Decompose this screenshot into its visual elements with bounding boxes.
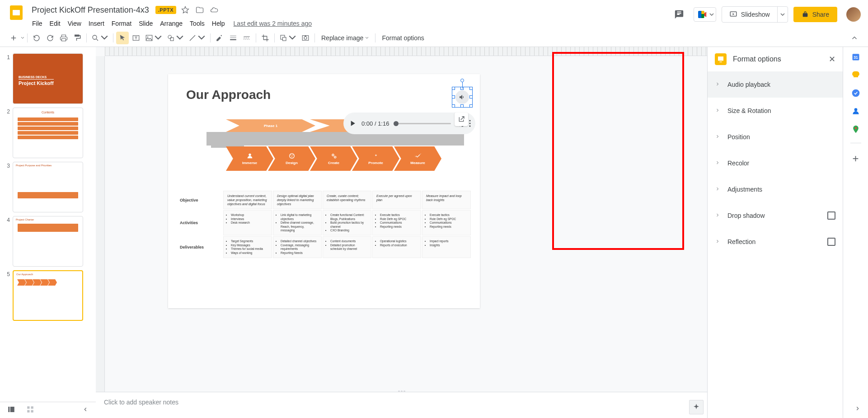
explore-button[interactable]	[689, 400, 704, 414]
last-edit-link[interactable]: Last edit was 2 minutes ago	[234, 20, 312, 27]
slide-thumb-4[interactable]: 4 Project Charter	[0, 214, 96, 268]
grid-view-icon[interactable]	[26, 405, 34, 415]
checkbox[interactable]	[827, 211, 835, 220]
redo-button[interactable]	[44, 32, 56, 44]
textbox-tool[interactable]	[130, 32, 142, 44]
slide-thumb-5[interactable]: 5 Our Approach	[0, 268, 96, 323]
resize-handle[interactable]	[460, 104, 464, 108]
row-objective: Objective	[177, 191, 222, 209]
mask-button[interactable]	[277, 32, 298, 44]
menu-arrange[interactable]: Arrange	[157, 18, 186, 29]
menu-edit[interactable]: Edit	[47, 18, 64, 29]
addons-plus-icon[interactable]: +	[852, 152, 859, 165]
menu-format[interactable]: Format	[108, 18, 135, 29]
steps-row: Immerse Design Create Promote Measure	[231, 146, 441, 171]
slide-thumb-3[interactable]: 3 Project Purpose and Priorities	[0, 160, 96, 214]
print-button[interactable]	[57, 32, 70, 44]
svg-point-19	[289, 154, 294, 159]
border-color-button[interactable]	[213, 32, 226, 44]
calendar-icon[interactable]: 31	[851, 52, 860, 61]
chevron-right-icon	[715, 238, 720, 246]
format-section-size-rotation[interactable]: Size & Rotation	[708, 98, 843, 124]
format-section-label: Size & Rotation	[727, 107, 835, 114]
format-section-audio-playback[interactable]: Audio playback	[708, 71, 843, 98]
checkbox[interactable]	[827, 238, 835, 246]
resize-handle[interactable]	[452, 87, 455, 90]
format-options-button[interactable]: Format options	[378, 34, 427, 42]
cloud-icon[interactable]	[209, 5, 220, 15]
replace-image-button[interactable]: Replace image	[318, 34, 372, 42]
canvas-area[interactable]: Our Approach Our Approach Phase 1 Phase …	[96, 47, 707, 418]
meet-button[interactable]	[694, 7, 716, 22]
resize-handle[interactable]	[452, 104, 455, 108]
border-dash-button[interactable]	[240, 32, 253, 44]
collapse-toolbar-button[interactable]	[848, 32, 861, 44]
audio-object[interactable]	[454, 89, 471, 106]
collapse-filmstrip-icon[interactable]	[82, 406, 89, 414]
star-icon[interactable]	[180, 5, 191, 15]
slide-thumb-2[interactable]: 2 Contents	[0, 106, 96, 160]
audio-more-icon[interactable]	[469, 120, 471, 127]
format-section-recolor[interactable]: Recolor	[708, 150, 843, 176]
horizontal-ruler	[105, 47, 707, 56]
comments-icon[interactable]	[670, 5, 688, 23]
slide-number: 2	[4, 108, 10, 158]
popout-icon[interactable]	[455, 113, 468, 126]
rotate-handle[interactable]	[460, 79, 464, 82]
format-options-label: Format options	[382, 34, 424, 42]
svg-point-21	[292, 155, 293, 155]
user-avatar[interactable]	[846, 7, 861, 22]
menu-help[interactable]: Help	[209, 18, 228, 29]
menu-view[interactable]: View	[65, 18, 84, 29]
image-tool[interactable]	[143, 32, 164, 44]
new-slide-dropdown[interactable]	[21, 37, 24, 39]
slideshow-button[interactable]: Slideshow	[722, 7, 777, 22]
speaker-notes[interactable]: Click to add speaker notes	[96, 392, 707, 418]
format-section-adjustments[interactable]: Adjustments	[708, 176, 843, 202]
reset-image-button[interactable]	[299, 32, 312, 44]
menu-file[interactable]: File	[29, 18, 46, 29]
contacts-icon[interactable]	[851, 107, 860, 116]
new-slide-button[interactable]	[7, 32, 20, 44]
notes-drag-handle[interactable]	[395, 390, 408, 393]
slide-number: 3	[4, 162, 10, 212]
act-cell: Create functional Content: Blogs, Public…	[323, 210, 371, 235]
keep-icon[interactable]	[851, 70, 860, 80]
crop-button[interactable]	[259, 32, 272, 44]
slides-logo[interactable]	[7, 4, 25, 22]
maps-icon[interactable]	[851, 125, 860, 134]
menu-slide[interactable]: Slide	[136, 18, 156, 29]
format-section-label: Reflection	[727, 238, 820, 245]
chevron-right-icon	[715, 80, 720, 89]
format-section-reflection[interactable]: Reflection	[708, 229, 843, 255]
slide-canvas[interactable]: Our Approach Our Approach Phase 1 Phase …	[168, 74, 480, 308]
menu-tools[interactable]: Tools	[187, 18, 208, 29]
resize-handle[interactable]	[469, 104, 473, 108]
slide-thumb-1[interactable]: 1 BUSINESS DECKSProject Kickoff	[0, 52, 96, 106]
svg-point-18	[249, 154, 251, 156]
select-tool[interactable]	[116, 32, 129, 44]
tasks-icon[interactable]	[851, 89, 860, 98]
shape-tool[interactable]	[165, 32, 186, 44]
resize-handle[interactable]	[469, 87, 473, 90]
border-weight-button[interactable]	[227, 32, 239, 44]
format-section-position[interactable]: Position	[708, 124, 843, 150]
play-icon[interactable]	[348, 119, 357, 128]
document-title[interactable]: Project KickOff Presentation-4x3	[29, 5, 152, 16]
filmstrip[interactable]: 1 BUSINESS DECKSProject Kickoff 2 Conten…	[0, 47, 96, 418]
move-icon[interactable]	[194, 5, 205, 15]
zoom-button[interactable]	[89, 32, 110, 44]
resize-handle[interactable]	[452, 95, 455, 99]
filmstrip-view-icon[interactable]	[7, 405, 15, 415]
close-icon[interactable]: ✕	[829, 54, 835, 64]
paint-format-button[interactable]	[71, 32, 84, 44]
share-button[interactable]: Share	[793, 7, 837, 22]
format-section-drop-shadow[interactable]: Drop shadow	[708, 202, 843, 229]
side-dock-collapse-icon[interactable]	[854, 405, 861, 413]
resize-handle[interactable]	[469, 95, 473, 99]
line-tool[interactable]	[187, 32, 207, 44]
menu-insert[interactable]: Insert	[85, 18, 108, 29]
audio-progress[interactable]	[394, 123, 451, 124]
undo-button[interactable]	[30, 32, 43, 44]
slideshow-dropdown[interactable]	[777, 7, 788, 22]
